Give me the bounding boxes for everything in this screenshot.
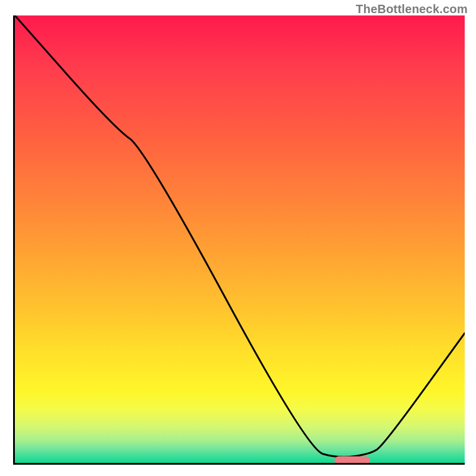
watermark-text: TheBottleneck.com [356,2,468,16]
chart-highlight-marker [334,456,370,465]
chart-line-curve [15,15,465,463]
curve-path [15,15,465,457]
chart-plot-area [13,15,465,465]
